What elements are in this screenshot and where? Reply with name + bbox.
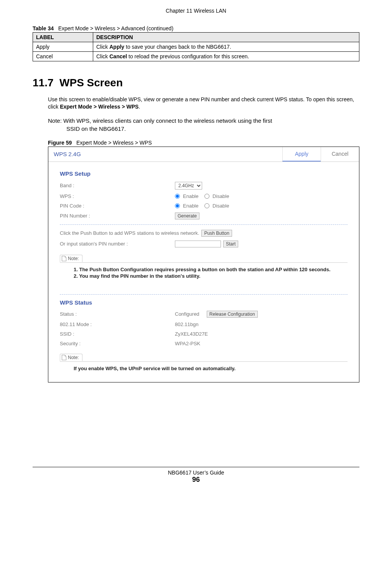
footer-rule — [33, 467, 359, 467]
panel-title: WPS 2.4G — [48, 147, 282, 162]
chapter-header: Chapter 11 Wireless LAN — [33, 8, 359, 14]
section-title: WPS Screen — [59, 77, 123, 89]
pbc-text: Click the Push Button to add WPS station… — [60, 230, 199, 236]
note-tab: Note: — [60, 255, 82, 262]
divider — [60, 294, 348, 295]
table-caption-text: Expert Mode > Wireless > Advanced (conti… — [58, 25, 173, 31]
note-box-2: Note: If you enable WPS, the UPnP servic… — [60, 354, 348, 375]
ssid-label: SSID : — [60, 331, 175, 337]
table-cell-label: Apply — [33, 42, 93, 52]
section-number: 11.7 — [33, 77, 54, 89]
note1-line2: 2. You may find the PIN number in the st… — [74, 273, 346, 279]
wps-status-heading: WPS Status — [60, 299, 348, 306]
apply-button[interactable]: Apply — [282, 147, 321, 162]
disable-text: Disable — [212, 193, 229, 199]
security-label: Security : — [60, 341, 175, 346]
figure-caption: Figure 59 Expert Mode > Wireless > WPS — [48, 140, 359, 146]
release-configuration-button[interactable]: Release Configuration — [207, 311, 258, 318]
table-header-description: DESCRIPTION — [93, 33, 359, 42]
wps-label: WPS : — [60, 193, 175, 199]
section-heading: 11.7 WPS Screen — [33, 77, 359, 89]
table-cell-description: Click Cancel to reload the previous conf… — [93, 52, 359, 61]
pin-code-label: PIN Code : — [60, 203, 175, 209]
footer-guide: NBG6617 User’s Guide — [33, 470, 359, 476]
band-select[interactable]: 2.4GHz — [175, 182, 202, 190]
disable-text: Disable — [212, 203, 229, 209]
section-note: Note: With WPS, wireless clients can onl… — [48, 117, 359, 133]
enable-text: Enable — [183, 193, 198, 199]
section-intro: Use this screen to enable/disable WPS, v… — [48, 96, 359, 110]
figure-caption-text: Expert Mode > Wireless > WPS — [76, 140, 152, 146]
start-button[interactable]: Start — [223, 241, 238, 247]
status-label: Status : — [60, 311, 175, 317]
status-value: Configured — [175, 311, 199, 317]
table-cell-label: Cancel — [33, 52, 93, 61]
mode-value: 802.11bgn — [175, 321, 198, 327]
table-34: LABEL DESCRIPTION Apply Click Apply to s… — [33, 32, 359, 61]
divider — [60, 224, 348, 225]
figure-caption-prefix: Figure 59 — [48, 140, 72, 146]
station-pin-input[interactable] — [175, 241, 221, 247]
table-cell-description: Click Apply to save your changes back to… — [93, 42, 359, 52]
pin-code-enable-radio[interactable] — [175, 203, 180, 208]
figure-59: WPS 2.4G Apply Cancel WPS Setup Band : 2… — [48, 147, 359, 382]
table-header-label: LABEL — [33, 33, 93, 42]
page-footer: NBG6617 User’s Guide 96 — [33, 467, 359, 484]
titlebar: WPS 2.4G Apply Cancel — [48, 147, 359, 162]
note-box-1: Note: 1. The Push Button Configuration r… — [60, 255, 348, 283]
wps-disable-radio[interactable] — [204, 194, 209, 199]
cancel-button[interactable]: Cancel — [321, 147, 359, 162]
generate-button[interactable]: Generate — [175, 213, 199, 219]
note1-line1: 1. The Push Button Configuration require… — [74, 267, 346, 272]
note-tab: Note: — [60, 354, 82, 361]
table-caption-prefix: Table 34 — [33, 25, 54, 31]
enable-text: Enable — [183, 203, 198, 209]
mode-label: 802.11 Mode : — [60, 321, 175, 327]
document-icon — [62, 256, 66, 261]
push-button[interactable]: Push Button — [201, 230, 232, 237]
wps-enable-radio[interactable] — [175, 194, 180, 199]
ssid-value: ZyXEL43D27E — [175, 331, 208, 337]
document-icon — [62, 355, 66, 360]
wps-setup-heading: WPS Setup — [60, 170, 348, 177]
note2-line1: If you enable WPS, the UPnP service will… — [74, 366, 346, 371]
security-value: WPA2-PSK — [175, 341, 200, 346]
pin-input-label: Or input station's PIN number : — [60, 241, 175, 247]
table-row: Apply Click Apply to save your changes b… — [33, 42, 359, 52]
table-caption: Table 34 Expert Mode > Wireless > Advanc… — [33, 25, 359, 31]
footer-page: 96 — [33, 476, 359, 484]
pin-number-label: PIN Number : — [60, 213, 175, 219]
table-row: Cancel Click Cancel to reload the previo… — [33, 52, 359, 61]
pin-code-disable-radio[interactable] — [204, 203, 209, 208]
band-label: Band : — [60, 183, 175, 188]
